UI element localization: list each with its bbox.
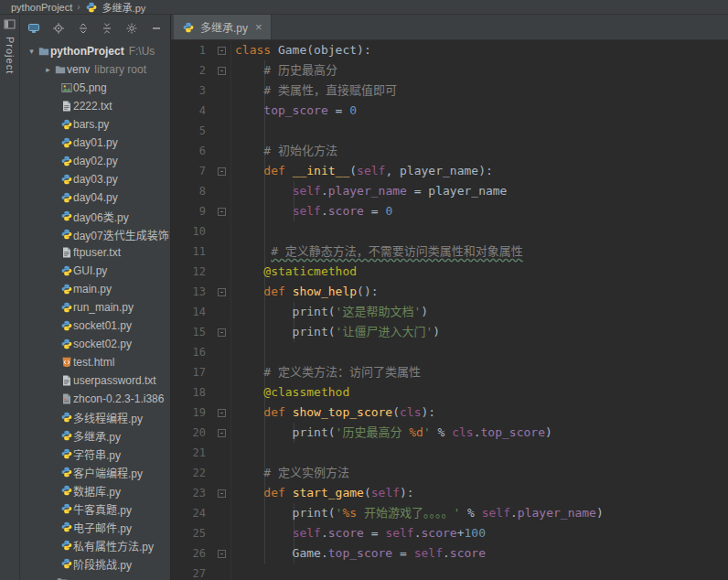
tree-file-item[interactable]: main.py xyxy=(20,280,170,298)
line-number[interactable]: 5 xyxy=(171,121,213,141)
line-number[interactable]: 12 xyxy=(171,262,213,282)
expand-all-icon[interactable] xyxy=(76,21,91,36)
line-number[interactable]: 1 xyxy=(171,40,213,60)
line-number[interactable]: 18 xyxy=(171,382,213,403)
tree-file-item[interactable]: 多线程编程.py xyxy=(20,408,170,426)
project-tool-button[interactable]: Project xyxy=(4,17,16,74)
line-number[interactable]: 21 xyxy=(171,443,213,463)
line-number[interactable]: 24 xyxy=(171,503,213,523)
code-line[interactable]: 2- # 历史最高分 xyxy=(171,60,728,81)
code-line[interactable]: 14 print('这是帮助文档') xyxy=(171,302,728,322)
tree-venv-item[interactable]: ▸ venv library root xyxy=(20,60,170,79)
line-number[interactable]: 19 xyxy=(171,403,213,423)
fold-collapse-icon[interactable]: - xyxy=(218,288,226,296)
line-number[interactable]: 7 xyxy=(171,161,213,181)
line-number[interactable]: 8 xyxy=(171,181,213,201)
fold-collapse-icon[interactable]: - xyxy=(218,489,226,498)
tree-file-item[interactable]: 电子邮件.py xyxy=(20,518,170,536)
line-number[interactable]: 13 xyxy=(171,282,213,302)
fold-collapse-icon[interactable]: - xyxy=(218,67,226,75)
monitor-icon[interactable] xyxy=(27,21,41,36)
fold-collapse-icon[interactable]: - xyxy=(218,409,226,417)
code-line[interactable]: 21 xyxy=(171,443,728,463)
tree-file-item[interactable]: day07迭代生成装饰 xyxy=(20,225,170,243)
editor-tab[interactable]: 多继承.py × xyxy=(174,15,272,39)
fold-column[interactable]: - xyxy=(213,161,231,181)
line-number[interactable]: 2 xyxy=(171,60,213,81)
fold-column[interactable]: - xyxy=(213,322,231,342)
tree-file-item[interactable]: zhcon-0.2.3-1.i386 xyxy=(20,390,170,408)
code-line[interactable]: 15- print('让僵尸进入大门') xyxy=(171,322,728,342)
chevron-right-icon[interactable]: ▸ xyxy=(42,65,54,74)
tree-item-partial[interactable]: ▸ xyxy=(20,573,170,580)
code-line[interactable]: 19- def show_top_score(cls): xyxy=(171,403,728,423)
tree-file-item[interactable]: day02.py xyxy=(20,152,170,170)
fold-collapse-icon[interactable]: - xyxy=(218,47,226,55)
tree-file-item[interactable]: 客户端编程.py xyxy=(20,463,170,481)
line-number[interactable]: 22 xyxy=(171,463,213,483)
code-line[interactable]: 1-class Game(object): xyxy=(171,40,728,60)
tree-file-item[interactable]: 05.png xyxy=(20,79,170,97)
tree-file-item[interactable]: 阶段挑战.py xyxy=(20,554,170,573)
code-line[interactable]: 13- def show_help(): xyxy=(171,282,728,302)
editor-content[interactable]: 1-class Game(object):2- # 历史最高分3 # 类属性，直… xyxy=(171,40,728,580)
collapse-all-icon[interactable] xyxy=(100,21,114,36)
tree-file-item[interactable]: 数据库.py xyxy=(20,481,170,499)
code-line[interactable]: 11 # 定义静态方法，不需要访问类属性和对象属性 xyxy=(171,242,728,262)
code-line[interactable]: 26- Game.top_score = self.score xyxy=(171,543,728,564)
code-line[interactable]: 12 @staticmethod xyxy=(171,262,728,282)
code-line[interactable]: 20- print('历史最高分 %d' % cls.top_score) xyxy=(171,423,728,443)
fold-column[interactable]: - xyxy=(213,483,231,503)
line-number[interactable]: 25 xyxy=(171,523,213,543)
line-number[interactable]: 3 xyxy=(171,81,213,101)
tree-file-item[interactable]: ftpuser.txt xyxy=(20,243,170,262)
line-number[interactable]: 9 xyxy=(171,201,213,221)
line-number[interactable]: 15 xyxy=(171,322,213,342)
tree-file-item[interactable]: day06类.py xyxy=(20,207,170,225)
code-line[interactable]: 22 # 定义实例方法 xyxy=(171,463,728,483)
fold-column[interactable]: - xyxy=(213,403,231,423)
fold-end-icon[interactable]: - xyxy=(218,429,226,437)
line-number[interactable]: 26 xyxy=(171,543,213,564)
tree-file-item[interactable]: day04.py xyxy=(20,188,170,207)
line-number[interactable]: 10 xyxy=(171,221,213,242)
gear-icon[interactable] xyxy=(124,21,139,36)
hide-icon[interactable] xyxy=(149,21,164,36)
fold-column[interactable]: - xyxy=(213,40,231,60)
chevron-expanded-icon[interactable]: ▾ xyxy=(26,47,37,56)
line-number[interactable]: 27 xyxy=(171,564,213,580)
code-line[interactable]: 27 xyxy=(171,564,728,580)
code-line[interactable]: 10 xyxy=(171,221,728,242)
code-line[interactable]: 18 @classmethod xyxy=(171,382,728,403)
tree-file-item[interactable]: day01.py xyxy=(20,134,170,152)
code-line[interactable]: 5 xyxy=(171,121,728,141)
code-line[interactable]: 17 # 定义类方法：访问了类属性 xyxy=(171,362,728,382)
tree-file-item[interactable]: socket02.py xyxy=(20,335,170,353)
close-tab-icon[interactable]: × xyxy=(255,20,262,34)
code-line[interactable]: 24 print('%s 开始游戏了。。。。' % self.player_na… xyxy=(171,503,728,523)
line-number[interactable]: 20 xyxy=(171,423,213,443)
tree-root-item[interactable]: ▾ pythonProject F:\Us xyxy=(20,42,170,60)
fold-end-icon[interactable]: - xyxy=(218,550,226,558)
tree-file-item[interactable]: GUI.py xyxy=(20,262,170,280)
fold-column[interactable]: - xyxy=(213,282,231,302)
code-line[interactable]: 9- self.score = 0 xyxy=(171,201,728,221)
tree-file-item[interactable]: userpassword.txt xyxy=(20,371,170,390)
fold-column[interactable]: - xyxy=(213,201,231,221)
code-line[interactable]: 16 xyxy=(171,342,728,362)
line-number[interactable]: 11 xyxy=(171,242,213,262)
line-number[interactable]: 16 xyxy=(171,342,213,362)
code-line[interactable]: 4 top_score = 0 xyxy=(171,101,728,121)
line-number[interactable]: 14 xyxy=(171,302,213,322)
code-line[interactable]: 3 # 类属性，直接赋值即可 xyxy=(171,81,728,101)
fold-end-icon[interactable]: - xyxy=(218,208,226,216)
code-line[interactable]: 23- def start_game(self): xyxy=(171,483,728,503)
tree-file-item[interactable]: socket01.py xyxy=(20,317,170,335)
code-line[interactable]: 7- def __init__(self, player_name): xyxy=(171,161,728,181)
tree-file-item[interactable]: 2222.txt xyxy=(20,97,170,115)
tree-file-item[interactable]: bars.py xyxy=(20,115,170,134)
code-line[interactable]: 25 self.score = self.score+100 xyxy=(171,523,728,543)
fold-column[interactable]: - xyxy=(213,60,231,81)
locate-icon[interactable] xyxy=(51,21,66,36)
tree-file-item[interactable]: run_main.py xyxy=(20,298,170,317)
